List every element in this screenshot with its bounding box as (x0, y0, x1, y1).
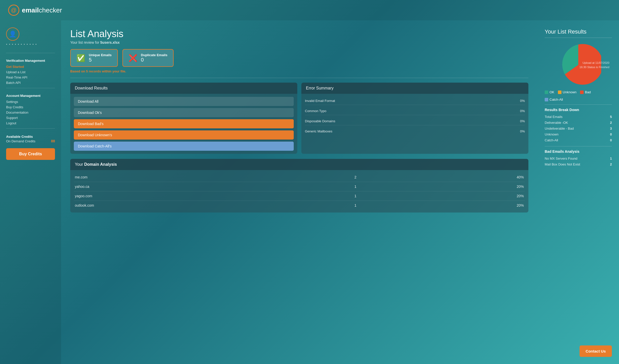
content-divider-1 (70, 78, 528, 78)
download-box-header: Download Results (70, 83, 297, 94)
sidebar-item-realtime-api[interactable]: Real-Time API (6, 75, 55, 80)
logo: @ emailchecker (8, 5, 62, 16)
page-title: List Analysis (70, 28, 528, 39)
main-layout: 👤 • • • • • • • • • • • Verification Man… (0, 20, 619, 364)
error-value-0: 0% (520, 99, 525, 103)
domain-analysis-box: Your Domain Analysis me.com 2 40% yahoo.… (70, 159, 528, 213)
error-box-body: Invalid Email Format 0% Common Typo 0% D… (301, 94, 528, 138)
download-error-row: Download Results Download All Download O… (70, 83, 528, 154)
duplicate-emails-card: ❌ Duplicate Emails 0 (122, 49, 174, 67)
duplicate-emails-icon: ❌ (129, 54, 137, 62)
logo-icon: @ (8, 5, 19, 16)
sidebar-item-settings[interactable]: Settings (6, 99, 55, 104)
sidebar-item-upload-list[interactable]: Upload a List (6, 69, 55, 75)
bad-emails-divider (545, 146, 612, 146)
app-header: @ emailchecker (0, 0, 619, 20)
download-catchalls-button[interactable]: Download Catch-All's (74, 142, 294, 151)
sidebar-section-verification: Verification Management (6, 59, 55, 63)
legend-label-ok: OK (550, 90, 554, 94)
unique-emails-value: 5 (89, 57, 112, 63)
legend-dot-ok (545, 90, 548, 94)
bad-emails-title: Bad Emails Analysis (545, 149, 612, 154)
duplicate-emails-label: Duplicate Emails (141, 53, 167, 57)
error-row-3: Generic Mailboxes 0% (305, 127, 525, 135)
domain-name-1: yahoo.ca (75, 185, 299, 189)
error-box-header: Error Summary (301, 83, 528, 94)
pie-chart-wrap: Upload at 11/07/2020 16:30 Status is Fin… (545, 42, 612, 88)
domain-box-header: Your Domain Analysis (70, 159, 528, 170)
domain-count-1: 1 (299, 185, 412, 189)
legend-label-catchall: Catch-All (550, 98, 563, 101)
records-note: Based on 5 records within your file. (70, 69, 528, 73)
domain-count-3: 1 (299, 203, 412, 207)
error-row-0: Invalid Email Format 0% (305, 97, 525, 105)
available-credits-label: Available Credits (6, 135, 55, 139)
sidebar-item-get-started[interactable]: Get Started (6, 64, 55, 69)
breakdown-divider (545, 104, 612, 105)
error-value-2: 0% (520, 119, 525, 123)
domain-table: me.com 2 40% yahoo.ca 1 20% yagoo.com 1 … (70, 170, 528, 213)
error-label-2: Disposable Domains (305, 119, 335, 123)
divider-1 (6, 53, 55, 53)
domain-name-0: me.com (75, 175, 299, 179)
download-box-body: Download All Download Ok's Download Bad'… (70, 94, 297, 154)
domain-name-3: outlook.com (75, 203, 299, 207)
divider-2 (6, 88, 55, 88)
error-label-3: Generic Mailboxes (305, 129, 332, 133)
divider-3 (6, 128, 55, 129)
legend-dot-unknown (558, 90, 561, 94)
domain-pct-1: 20% (412, 185, 524, 189)
domain-row-2: yagoo.com 1 20% (74, 191, 525, 201)
sidebar-item-documentation[interactable]: Documentation (6, 110, 55, 115)
domain-row-3: outlook.com 1 20% (74, 201, 525, 210)
bad-emails-row-mx: No MX Servers Found 1 (545, 156, 612, 161)
breakdown-title: Results Break Down (545, 108, 612, 112)
logo-text: emailchecker (22, 6, 62, 14)
credits-count: 88 (51, 139, 55, 143)
sidebar: 👤 • • • • • • • • • • • Verification Man… (0, 20, 61, 364)
error-value-1: 0% (520, 109, 525, 113)
domain-count-0: 2 (299, 175, 412, 179)
legend-label-bad: Bad (585, 90, 591, 94)
bad-emails-row-mailbox: Mail Box Does Not Exist 2 (545, 161, 612, 167)
legend-dot-catchall (545, 98, 548, 101)
breakdown-row-ok: Deliverable -OK 2 (545, 120, 612, 126)
filename: 5users.xlsx (100, 40, 120, 44)
sidebar-section-account: Account Management (6, 94, 55, 98)
download-all-button[interactable]: Download All (74, 97, 294, 106)
sidebar-item-support[interactable]: Support (6, 115, 55, 120)
download-oks-button[interactable]: Download Ok's (74, 108, 294, 117)
sidebar-item-buy-credits[interactable]: Buy Credits (6, 104, 55, 110)
legend-unknown: Unknown (558, 90, 576, 94)
sidebar-item-logout[interactable]: Logout (6, 120, 55, 126)
breakdown-row-bad: Undeliverable - Bad 3 (545, 126, 612, 131)
sidebar-item-batch-api[interactable]: Batch API (6, 80, 55, 85)
unique-emails-icon: ✅ (76, 54, 85, 62)
error-row-1: Common Typo 0% (305, 107, 525, 115)
download-unknowns-button[interactable]: Download Unknown's (74, 130, 294, 140)
sidebar-username: • • • • • • • • • • • (6, 43, 55, 46)
legend-label-unknown: Unknown (563, 90, 576, 94)
stats-row: ✅ Unique Emails 5 ❌ Duplicate Emails 0 (70, 49, 528, 67)
avatar: 👤 (6, 27, 19, 41)
domain-row-0: me.com 2 40% (74, 173, 525, 182)
on-demand-credits-row: On Demand Credits 88 (6, 139, 55, 143)
legend-row: OK Unknown Bad Catch-All (545, 90, 612, 101)
error-value-3: 0% (520, 129, 525, 133)
contact-us-button[interactable]: Contact Us (580, 345, 612, 357)
main-content: List Analysis Your list review for 5user… (61, 20, 538, 364)
right-panel: Your List Results Upload at 11/07/2020 1… (538, 20, 619, 364)
buy-credits-button[interactable]: Buy Credits (6, 148, 55, 160)
domain-name-2: yagoo.com (75, 194, 299, 198)
error-summary-box: Error Summary Invalid Email Format 0% Co… (301, 83, 528, 154)
breakdown-row-catchall: Catch-All 0 (545, 137, 612, 143)
legend-ok: OK (545, 90, 554, 94)
domain-row-1: yahoo.ca 1 20% (74, 182, 525, 191)
download-bads-button[interactable]: Download Bad's (74, 119, 294, 128)
results-title: Your List Results (545, 28, 612, 35)
download-results-box: Download Results Download All Download O… (70, 83, 297, 154)
domain-count-2: 1 (299, 194, 412, 198)
breakdown-row-total: Total Emails 5 (545, 114, 612, 120)
unique-emails-card: ✅ Unique Emails 5 (70, 49, 118, 67)
list-subtitle: Your list review for 5users.xlsx (70, 40, 528, 44)
